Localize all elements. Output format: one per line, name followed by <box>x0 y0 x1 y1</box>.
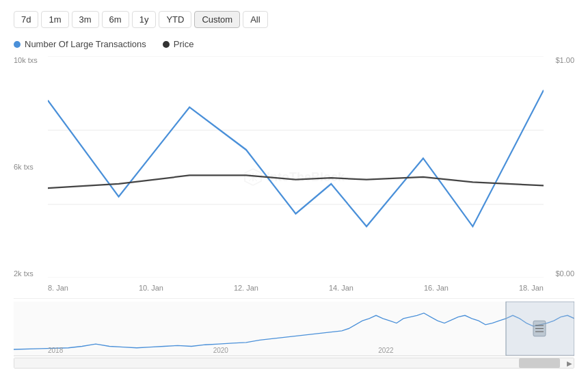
scroll-right-arrow[interactable]: ▶ <box>567 360 572 367</box>
legend-dot <box>163 41 170 48</box>
y-label-bot-right: $0.00 <box>544 269 574 278</box>
mini-chart: 2018 2020 2022 <box>14 302 574 356</box>
legend-dot <box>14 41 21 48</box>
legend-label: Number Of Large Transactions <box>25 39 146 49</box>
scrollbar-track <box>14 358 574 368</box>
time-btn-6m[interactable]: 6m <box>102 11 129 28</box>
mini-label-2020: 2020 <box>213 347 228 354</box>
time-btn-custom[interactable]: Custom <box>194 11 240 28</box>
y-label-top-left: 10k txs <box>14 56 48 64</box>
main-container: 7d1m3m6m1yYTDCustomAll Number Of Large T… <box>0 0 588 374</box>
chart-svg-area <box>48 56 544 278</box>
x-axis: 8. Jan 10. Jan 12. Jan 14. Jan 16. Jan 1… <box>48 278 544 298</box>
mini-label-2022: 2022 <box>378 347 393 354</box>
scrollbar-thumb[interactable] <box>519 358 560 368</box>
time-btn-7d[interactable]: 7d <box>14 11 38 28</box>
time-btn-3m[interactable]: 3m <box>72 11 99 28</box>
transactions-line <box>48 90 544 226</box>
main-chart: 10k txs 6k txs 2k txs $1.00 $0.00 I <box>14 56 574 299</box>
legend-item: Number Of Large Transactions <box>14 39 146 49</box>
x-label-5: 16. Jan <box>424 284 449 292</box>
mini-labels: 2018 2020 2022 <box>48 347 544 354</box>
legend-label: Price <box>174 39 194 49</box>
y-axis-left: 10k txs 6k txs 2k txs <box>14 56 48 278</box>
y-axis-right: $1.00 $0.00 <box>544 56 574 278</box>
scrollbar[interactable]: ◀ ▶ <box>14 358 574 369</box>
y-label-top-right: $1.00 <box>544 56 574 64</box>
mini-label-2018: 2018 <box>48 347 63 354</box>
main-chart-svg <box>48 56 544 278</box>
x-label-6: 18. Jan <box>519 284 544 292</box>
x-label-3: 12. Jan <box>234 284 258 292</box>
x-label-2: 10. Jan <box>139 284 163 292</box>
price-line <box>48 175 544 188</box>
x-label-1: 8. Jan <box>48 284 68 292</box>
time-btn-all[interactable]: All <box>243 11 267 28</box>
time-range-selector: 7d1m3m6m1yYTDCustomAll <box>14 11 574 28</box>
y-label-bot-left: 2k txs <box>14 269 48 278</box>
y-label-mid-left: 6k txs <box>14 163 48 171</box>
time-btn-ytd[interactable]: YTD <box>159 11 191 28</box>
time-btn-1m[interactable]: 1m <box>41 11 68 28</box>
chart-legend: Number Of Large TransactionsPrice <box>14 39 574 49</box>
time-btn-1y[interactable]: 1y <box>132 11 157 28</box>
chart-area: 10k txs 6k txs 2k txs $1.00 $0.00 I <box>14 56 574 369</box>
x-label-4: 14. Jan <box>329 284 353 292</box>
legend-item: Price <box>163 39 194 49</box>
